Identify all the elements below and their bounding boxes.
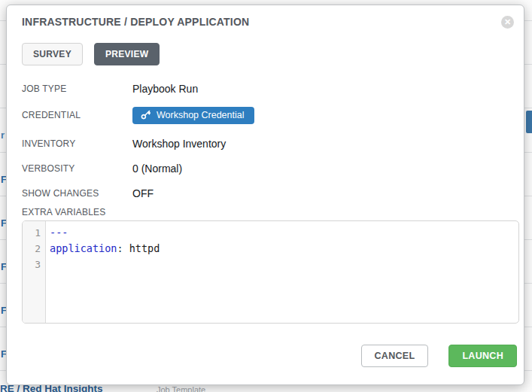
cancel-button[interactable]: CANCEL: [361, 345, 429, 367]
job-type-value: Playbook Run: [132, 83, 198, 95]
editor-line-number-gutter: 1 2 3: [23, 221, 46, 323]
field-show-changes: SHOW CHANGES OFF: [22, 185, 517, 202]
background-button-fragment: [526, 111, 532, 133]
credential-label: CREDENTIAL: [22, 110, 132, 120]
background-bottom-template-type: Job Template: [157, 385, 205, 392]
launch-button[interactable]: LAUNCH: [448, 345, 517, 367]
show-changes-value: OFF: [132, 187, 154, 199]
credential-badge[interactable]: Workshop Credential: [132, 107, 254, 124]
yaml-key-token: application: [50, 242, 117, 254]
verbosity-value: 0 (Normal): [132, 163, 182, 175]
editor-code-area[interactable]: --- application: httpd: [46, 221, 160, 323]
line-number: 2: [23, 241, 45, 257]
tab-bar: SURVEY PREVIEW: [22, 43, 160, 65]
job-type-label: JOB TYPE: [22, 84, 132, 94]
extra-variables-editor[interactable]: 1 2 3 --- application: httpd: [22, 220, 519, 324]
field-job-type: JOB TYPE Playbook Run: [22, 81, 517, 97]
line-number: 1: [23, 225, 45, 241]
yaml-value-token: httpd: [123, 242, 160, 254]
yaml-doc-start-token: ---: [50, 226, 68, 239]
modal-footer: CANCEL LAUNCH: [361, 345, 517, 367]
verbosity-label: VERBOSITY: [22, 163, 132, 174]
key-icon: [141, 110, 150, 120]
close-icon[interactable]: ✕: [501, 16, 514, 29]
modal-title: INFRASTRUCTURE / DEPLOY APPLICATION: [22, 16, 249, 28]
page: { "modal": { "title": "INFRASTRUCTURE / …: [0, 0, 532, 392]
code-line-1: ---: [50, 225, 160, 241]
inventory-label: INVENTORY: [22, 138, 132, 149]
credential-badge-label: Workshop Credential: [157, 110, 245, 120]
extra-variables-label: EXTRA VARIABLES: [22, 207, 106, 217]
show-changes-label: SHOW CHANGES: [22, 188, 132, 199]
line-number: 3: [23, 257, 45, 272]
tab-preview[interactable]: PREVIEW: [94, 43, 160, 65]
tab-survey[interactable]: SURVEY: [22, 43, 83, 65]
field-verbosity: VERBOSITY 0 (Normal): [22, 160, 517, 177]
field-credential: CREDENTIAL Workshop Credential: [22, 106, 517, 124]
field-inventory: INVENTORY Workshop Inventory: [22, 135, 517, 152]
code-line-2: application: httpd: [50, 241, 160, 257]
deploy-application-preview-modal: INFRASTRUCTURE / DEPLOY APPLICATION ✕ SU…: [6, 5, 524, 385]
yaml-colon-token: :: [117, 242, 123, 254]
code-line-3: [50, 257, 160, 272]
inventory-value: Workshop Inventory: [132, 138, 226, 150]
